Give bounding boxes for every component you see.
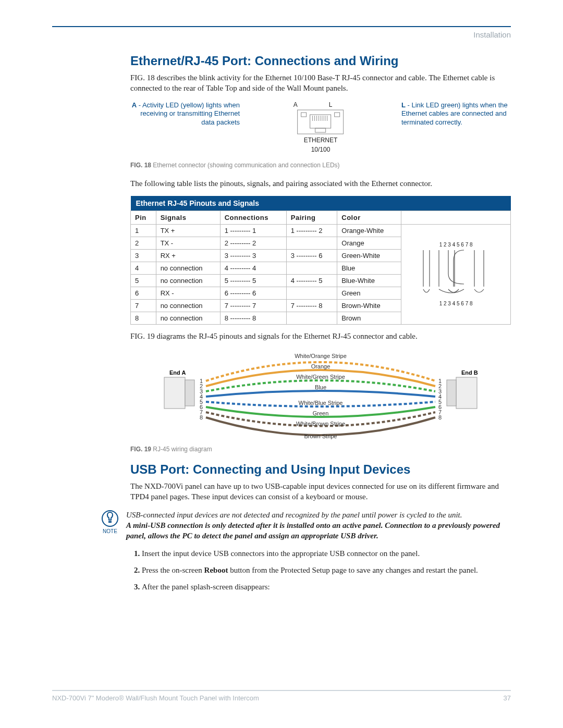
para-fig19-intro: FIG. 19 diagrams the RJ-45 pinouts and s… [130,331,511,341]
svg-rect-3 [310,115,331,128]
col-connections: Connections [220,211,286,224]
label-a: A [293,101,329,108]
svg-rect-14 [185,380,194,406]
top-rule [52,26,511,27]
rj45-wiring-icon: End A End B 1 2 3 4 5 6 7 8 1 2 3 [159,349,482,442]
note-line1: USB-connected input devices are not dete… [126,511,462,519]
para-table-intro: The following table lists the pinouts, s… [130,178,511,189]
end-a-label: End A [169,369,186,376]
svg-text:Orange: Orange [311,363,331,369]
para-fig18-intro: FIG. 18 describes the blink activity for… [130,72,511,94]
svg-rect-0 [298,110,344,134]
figure-18: A - Activity LED (yellow) lights when re… [130,101,511,158]
pin-diagram-cell: 1 2 3 4 5 6 7 8 1 2 3 4 5 [401,224,511,324]
note-block: NOTE USB-connected input devices are not… [101,510,511,541]
para-usb-intro: The NXD-700Vi panel can have up to two U… [130,481,511,502]
label-l: L [329,101,364,108]
note-label: NOTE [101,528,119,534]
svg-text:8: 8 [200,414,203,421]
svg-rect-15 [456,377,477,409]
svg-rect-13 [164,377,185,409]
step-3: After the panel splash-screen disappears… [142,582,511,593]
col-color: Color [337,211,401,224]
heading-usb: USB Port: Connecting and Using Input Dev… [130,462,511,477]
col-signals: Signals [156,211,220,224]
page-footer: NXD-700Vi 7" Modero® Wall/Flush Mount To… [52,690,511,702]
section-label: Installation [52,30,511,39]
fig18-caption: FIG. 18 Ethernet connector (showing comm… [130,162,511,169]
svg-point-41 [102,511,118,526]
note-text: USB-connected input devices are not dete… [126,510,511,541]
svg-text:Green: Green [313,410,329,416]
svg-text:8: 8 [438,414,442,421]
fig18-a-bold: A [132,101,137,109]
pin-pairs-icon [417,248,495,300]
fig19-caption-num: FIG. 19 [130,446,151,453]
table-row: 1TX +1 --------- 11 --------- 2Orange-Wh… [131,224,511,237]
svg-rect-2 [335,113,340,117]
svg-text:Blue: Blue [315,384,326,390]
fig19-caption-text: RJ-45 wiring diagram [151,446,212,453]
svg-rect-4 [315,128,326,132]
svg-text:Brown Stripe: Brown Stripe [304,433,337,439]
steps-list: Insert the input device USB connectors i… [130,548,511,593]
svg-rect-16 [447,380,456,406]
rj45-jack-icon [297,109,344,134]
fig18-a-text: - Activity LED (yellow) lights when rece… [137,101,240,127]
svg-rect-1 [301,113,307,117]
note-icon: NOTE [101,510,119,541]
svg-text:White/Green Stripe: White/Green Stripe [296,374,345,380]
footer-title: NXD-700Vi 7" Modero® Wall/Flush Mount To… [52,694,259,702]
pin-diagram-bottom: 1 2 3 4 5 6 7 8 [406,301,506,306]
footer-page-number: 37 [504,694,511,702]
step-1: Insert the input device USB connectors i… [142,548,511,560]
col-pairing: Pairing [286,211,337,224]
svg-rect-42 [108,521,112,523]
svg-text:White/Orange Stripe: White/Orange Stripe [295,353,347,359]
figure-19: End A End B 1 2 3 4 5 6 7 8 1 2 3 [130,349,511,442]
fig18-caption-num: FIG. 18 [130,162,151,169]
rj45-jack: AL ETHERNET 10/100 [278,101,364,153]
col-pin: Pin [131,211,156,224]
ethernet-label-1: ETHERNET [278,137,364,144]
fig18-caption-text: Ethernet connector (showing communicatio… [151,162,340,169]
svg-text:White/Brown Stripe: White/Brown Stripe [296,421,345,427]
pin-diagram-top: 1 2 3 4 5 6 7 8 [406,242,506,248]
step-2: Press the on-screen Reboot button from t… [142,565,511,576]
fig18-left-note: A - Activity LED (yellow) lights when re… [130,101,240,128]
end-b-label: End B [461,369,478,376]
col-diagram [401,211,511,224]
ethernet-label-2: 10/100 [278,146,364,153]
heading-ethernet: Ethernet/RJ-45 Port: Connections and Wir… [130,54,511,68]
table-title: Ethernet RJ-45 Pinouts and Signals [131,196,511,211]
svg-text:White/Blue Stripe: White/Blue Stripe [299,400,343,406]
pinout-table: Ethernet RJ-45 Pinouts and Signals Pin S… [130,196,511,325]
fig19-caption: FIG. 19 RJ-45 wiring diagram [130,446,511,453]
fig18-l-bold: L [401,101,406,109]
fig18-right-note: L - Link LED green) lights when the Ethe… [401,101,511,128]
fig18-l-text: - Link LED green) lights when the Ethern… [401,101,508,127]
note-line2: A mini-USB connection is only detected a… [126,521,500,540]
